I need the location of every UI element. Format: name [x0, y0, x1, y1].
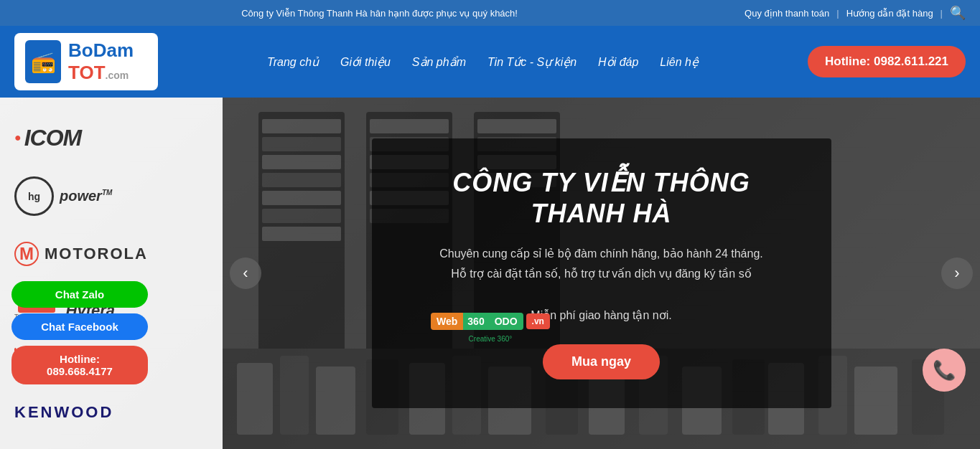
top-bar: Công ty Viễn Thông Thanh Hà hân hạnh đượ…	[0, 0, 980, 26]
order-link[interactable]: Hướng dẫn đặt hàng	[846, 8, 933, 19]
zalo-chat-button[interactable]: Chat Zalo	[11, 281, 148, 308]
brands-sidebar: ● ICOM hg powerTM M MOTOROLA HYT Two-way…	[0, 98, 223, 449]
brand-icom: ● ICOM	[14, 119, 208, 157]
divider: |	[836, 8, 839, 19]
brand-motorola: M MOTOROLA	[14, 236, 208, 272]
hero-section: ● ICOM hg powerTM M MOTOROLA HYT Two-way…	[0, 98, 980, 449]
nav-hoidap[interactable]: Hỏi đáp	[598, 55, 638, 69]
nav-gioithieu[interactable]: Giới thiệu	[340, 55, 391, 69]
hero-title: CÔNG TY VIỄN THÔNG THANH HÀ	[415, 167, 788, 229]
motorola-label: MOTOROLA	[45, 245, 148, 263]
payment-link[interactable]: Quy định thanh toán	[745, 8, 829, 19]
hero-overlay: CÔNG TY VIỄN THÔNG THANH HÀ Chuyên cung …	[223, 98, 980, 449]
phone-float-button[interactable]: 📞	[923, 349, 966, 392]
nav-tintuc[interactable]: Tin Tức - Sự kiện	[487, 55, 577, 69]
kenwood-label: KENWOOD	[14, 403, 113, 422]
hotline-float-button[interactable]: Hotline: 089.668.4177	[11, 346, 148, 384]
brand-kenwood: KENWOOD	[14, 397, 208, 427]
brand-hgpower: hg powerTM	[14, 171, 208, 222]
float-buttons: Chat Zalo Chat Facebook Hotline: 089.668…	[11, 281, 148, 384]
hero-description: Chuyên cung cấp sỉ lẻ bộ đàm chính hãng,…	[415, 244, 788, 326]
hotline-button[interactable]: Hotline: 0982.611.221	[808, 46, 966, 77]
icom-dot-icon: ●	[14, 131, 22, 144]
motorola-icon: M	[14, 242, 39, 266]
top-bar-announcement: Công ty Viễn Thông Thanh Hà hân hạnh đượ…	[14, 8, 745, 19]
hero-content-box: CÔNG TY VIỄN THÔNG THANH HÀ Chuyên cung …	[372, 138, 831, 408]
nav-sanpham[interactable]: Sản phẩm	[412, 55, 466, 69]
logo-icon: 📻	[25, 40, 61, 83]
main-nav: Trang chủ Giới thiệu Sản phẩm Tin Tức - …	[158, 55, 808, 69]
phone-icon: 📞	[933, 359, 956, 382]
logo-tot: TOT.com	[68, 62, 134, 84]
search-button[interactable]: 🔍	[950, 5, 966, 21]
logo-bodam: BoDam	[68, 39, 134, 62]
hg-circle: hg	[14, 176, 54, 216]
nav-lienhe[interactable]: Liên hệ	[660, 55, 699, 69]
facebook-chat-button[interactable]: Chat Facebook	[11, 313, 148, 340]
divider2: |	[941, 8, 943, 19]
top-bar-links: Quy định thanh toán | Hướng dẫn đặt hàng…	[745, 5, 966, 21]
nav-trangchu[interactable]: Trang chủ	[267, 55, 319, 69]
carousel-prev-button[interactable]: ‹	[230, 257, 261, 289]
logo-text: BoDam TOT.com	[68, 39, 134, 84]
hgpower-label: powerTM	[60, 188, 112, 204]
carousel-next-button[interactable]: ›	[941, 257, 973, 289]
header: 📻 BoDam TOT.com Trang chủ Giới thiệu Sản…	[0, 26, 980, 98]
cta-button[interactable]: Mua ngay	[543, 344, 660, 379]
icom-label: ICOM	[24, 125, 82, 151]
logo[interactable]: 📻 BoDam TOT.com	[14, 33, 158, 90]
